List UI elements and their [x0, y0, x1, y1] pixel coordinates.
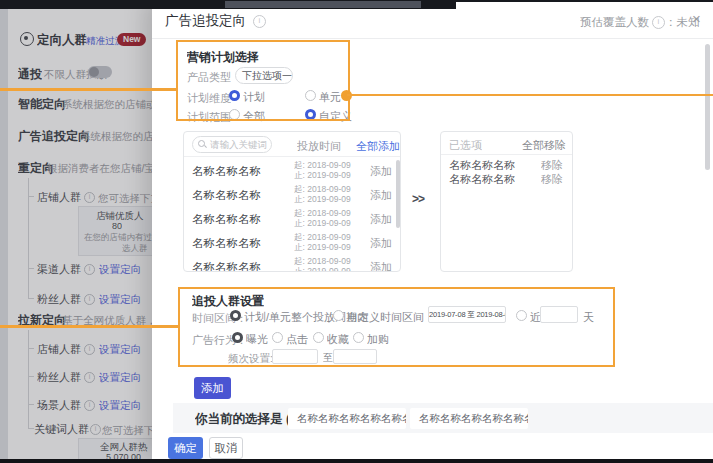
plan-date-end: 止: 2019-09-09 — [294, 266, 351, 272]
annotation-line-left-2 — [0, 325, 179, 328]
plan-name: 名称名称名称 — [192, 188, 261, 203]
close-icon[interactable]: × — [692, 10, 701, 27]
selected-panel: 已选项 全部移除 名称名称名称 移除 名称名称名称 移除 — [440, 131, 573, 272]
screenshot-canvas: 定向人群 精准过滤 New 通投 不限人群投放 智能定向 系统根据您的店铺或宝贝… — [0, 0, 713, 463]
plan-date-start: 起: 2018-09-09 — [294, 208, 351, 218]
list-header-divider — [184, 156, 401, 157]
search-placeholder: 请输入关键词 — [210, 139, 267, 150]
title-info-icon[interactable]: i — [253, 15, 266, 28]
add-row-link[interactable]: 添加 — [370, 260, 392, 272]
selection-tag: 名称名称名称名称名称名称 × — [410, 408, 528, 429]
plan-name: 名称名称名称 — [192, 260, 261, 272]
plan-name: 名称名称名称 — [192, 236, 261, 251]
selected-name: 名称名称名称 — [449, 172, 515, 187]
header-divider — [152, 38, 713, 39]
confirm-button[interactable]: 确定 — [168, 437, 203, 459]
top-dark-bar — [0, 0, 456, 9]
tag-close-icon[interactable]: × — [515, 408, 521, 429]
remove-row-link[interactable]: 移除 — [541, 172, 563, 187]
add-button[interactable]: 添加 — [194, 377, 231, 399]
transfer-icon: >> — [412, 192, 424, 206]
selected-name: 名称名称名称 — [449, 158, 515, 173]
selected-header: 已选项 — [449, 138, 482, 153]
plan-name: 名称名称名称 — [192, 164, 261, 179]
selected-row: 名称名称名称 移除 — [441, 172, 573, 186]
plan-date-end: 止: 2019-09-09 — [294, 170, 351, 180]
annotation-line-right — [347, 94, 713, 96]
plan-date-start: 起: 2018-09-09 — [294, 184, 351, 194]
plan-date-end: 止: 2019-09-09 — [294, 242, 351, 252]
plan-date-end: 止: 2019-09-09 — [294, 194, 351, 204]
top-bar-element — [225, 1, 421, 8]
add-row-link[interactable]: 添加 — [370, 236, 392, 251]
selected-row: 名称名称名称 移除 — [441, 158, 573, 172]
plan-row: 名称名称名称 起: 2018-09-09 止: 2019-09-09 添加 — [184, 230, 401, 254]
modal-backdrop — [0, 0, 152, 463]
estimate-info-icon[interactable]: i — [652, 16, 665, 29]
column-launch-time: 投放时间 — [297, 139, 341, 154]
plan-row: 名称名称名称 起: 2018-09-09 止: 2019-09-09 添加 — [184, 254, 401, 272]
plan-row: 名称名称名称 起: 2018-09-09 止: 2019-09-09 添加 — [184, 206, 401, 230]
plan-date-start: 起: 2018-09-09 — [294, 256, 351, 266]
modal-title: 广告追投定向 — [165, 12, 246, 30]
tag-text: 名称名称名称名称名称名称 — [297, 412, 406, 424]
annotation-line-left-1 — [0, 88, 176, 91]
tag-text: 名称名称名称名称名称名称 — [419, 412, 528, 424]
bottom-dark-bar — [0, 459, 713, 463]
plan-list-panel: 请输入关键词 投放时间 全部添加 名称名称名称 起: 2018-09-09 止:… — [183, 131, 401, 272]
selection-tag: 名称名称名称名称名称名称 × — [288, 408, 406, 429]
plan-date-start: 起: 2018-09-09 — [294, 160, 351, 170]
remove-all-link[interactable]: 全部移除 — [522, 138, 566, 153]
search-input[interactable]: 请输入关键词 — [192, 136, 272, 153]
tag-close-icon[interactable]: × — [393, 408, 399, 429]
annotation-box-plan-section — [176, 40, 350, 121]
list-scrollbar[interactable] — [396, 160, 400, 228]
plan-date-end: 止: 2019-09-09 — [294, 218, 351, 228]
annotation-box-retarget-section — [178, 287, 615, 367]
modal-scrollbar[interactable] — [705, 44, 710, 170]
remove-row-link[interactable]: 移除 — [541, 158, 563, 173]
cancel-button[interactable]: 取消 — [209, 437, 243, 459]
plan-date-start: 起: 2018-09-09 — [294, 232, 351, 242]
add-row-link[interactable]: 添加 — [370, 164, 392, 179]
add-row-link[interactable]: 添加 — [370, 212, 392, 227]
search-icon — [198, 140, 207, 149]
plan-row: 名称名称名称 起: 2018-09-09 止: 2019-09-09 添加 — [184, 158, 401, 182]
selected-header-divider — [441, 154, 573, 155]
add-row-link[interactable]: 添加 — [370, 188, 392, 203]
plan-row: 名称名称名称 起: 2018-09-09 止: 2019-09-09 添加 — [184, 182, 401, 206]
plan-name: 名称名称名称 — [192, 212, 261, 227]
add-all-link[interactable]: 全部添加 — [356, 139, 400, 154]
estimate-label: 预估覆盖人数 — [580, 15, 649, 30]
